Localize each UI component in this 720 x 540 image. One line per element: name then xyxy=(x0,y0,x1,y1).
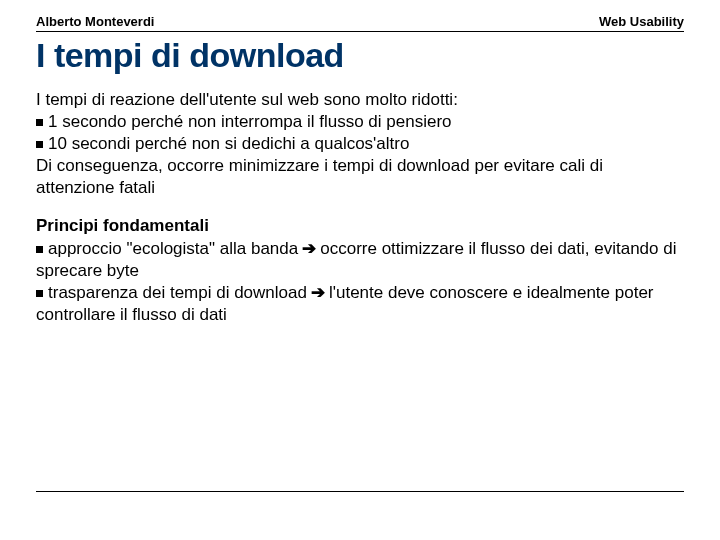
slide-title: I tempi di download xyxy=(36,36,684,75)
bullet-item: 10 secondi perché non si dedichi a qualc… xyxy=(36,133,684,155)
bullet-text-before: approccio "ecologista" alla banda xyxy=(48,239,298,258)
intro-line: I tempi di reazione dell'utente sul web … xyxy=(36,89,684,111)
bullet-text: 1 secondo perché non interrompa il fluss… xyxy=(48,112,452,131)
square-bullet-icon xyxy=(36,119,43,126)
bullet-item: trasparenza dei tempi di download➔l'uten… xyxy=(36,282,684,326)
arrow-icon: ➔ xyxy=(311,283,325,302)
square-bullet-icon xyxy=(36,290,43,297)
paragraph-1: I tempi di reazione dell'utente sul web … xyxy=(36,89,684,199)
bullet-text-before: trasparenza dei tempi di download xyxy=(48,283,307,302)
slide-topic: Web Usability xyxy=(599,14,684,29)
slide-body: I tempi di reazione dell'utente sul web … xyxy=(36,89,684,326)
square-bullet-icon xyxy=(36,141,43,148)
subheading: Principi fondamentali xyxy=(36,215,684,237)
arrow-icon: ➔ xyxy=(302,239,316,258)
footer-divider xyxy=(36,491,684,492)
author-name: Alberto Monteverdi xyxy=(36,14,154,29)
bullet-item: approccio "ecologista" alla banda➔occorr… xyxy=(36,238,684,282)
paragraph-2: Principi fondamentali approccio "ecologi… xyxy=(36,215,684,325)
slide-header: Alberto Monteverdi Web Usability xyxy=(36,14,684,32)
square-bullet-icon xyxy=(36,246,43,253)
bullet-item: 1 secondo perché non interrompa il fluss… xyxy=(36,111,684,133)
trailing-text: Di conseguenza, occorre minimizzare i te… xyxy=(36,155,684,199)
bullet-text: 10 secondi perché non si dedichi a qualc… xyxy=(48,134,409,153)
